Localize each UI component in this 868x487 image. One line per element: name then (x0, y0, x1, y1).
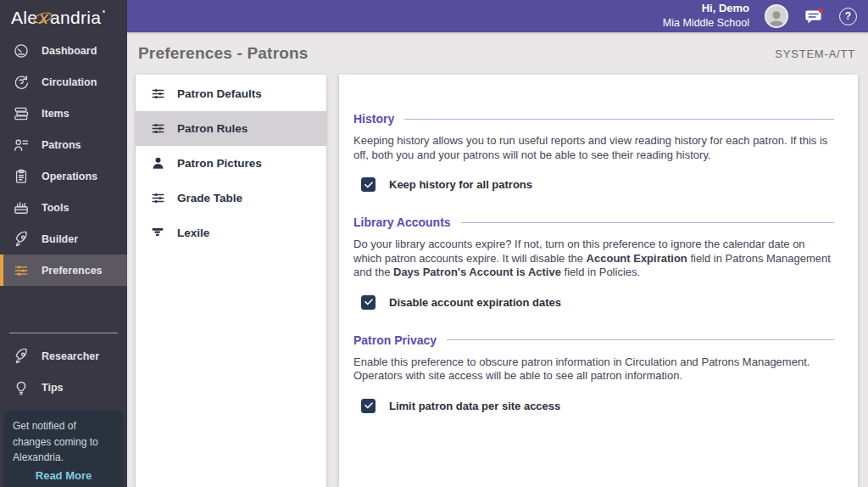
sidebar-item-items[interactable]: Items (0, 98, 127, 129)
main-sidebar: Alexandria Dashboard Circulation Items (0, 0, 127, 487)
greeting-text: Hi, Demo (663, 2, 749, 16)
clipboard-icon (13, 168, 30, 185)
topbar: Hi, Demo Mia Middle School ? (127, 0, 868, 32)
lightbulb-icon (13, 379, 30, 396)
preferences-subnav: Patron Defaults Patron Rules Patron Pict… (136, 75, 326, 487)
sidebar-item-label: Operations (42, 171, 97, 182)
checkbox-row: Limit patron data per site access (361, 399, 834, 413)
section-rule (447, 339, 834, 340)
builder-rocket-icon (13, 231, 30, 248)
system-label: SYSTEM-A/TT (775, 48, 855, 60)
disable-expiration-checkbox[interactable] (361, 295, 376, 310)
sidebar-item-tools[interactable]: Tools (0, 192, 127, 223)
sidebar-item-dashboard[interactable]: Dashboard (0, 35, 127, 66)
subnav-item-patron-defaults[interactable]: Patron Defaults (136, 76, 326, 111)
sidebar-item-label: Tools (42, 202, 69, 214)
section-rule (461, 222, 834, 223)
messages-icon[interactable] (804, 7, 824, 25)
limit-patron-data-checkbox[interactable] (361, 399, 376, 413)
section-library-accounts: Library Accounts Do your library account… (353, 216, 834, 310)
sliders-icon (13, 262, 30, 279)
sidebar-item-circulation[interactable]: Circulation (0, 66, 127, 98)
site-name: Mia Middle School (663, 16, 749, 30)
sidebar-item-label: Patrons (42, 139, 81, 151)
sliders-icon (150, 190, 166, 206)
checkmark-icon (364, 400, 374, 411)
read-more-link[interactable]: Read More (13, 469, 114, 482)
app-window: Alexandria Dashboard Circulation Items (0, 0, 868, 487)
checkmark-icon (364, 180, 374, 190)
subnav-item-label: Grade Table (177, 192, 242, 204)
patrons-icon (13, 137, 30, 154)
lexile-podium-icon (150, 225, 166, 241)
section-description: Do your library accounts expire? If not,… (353, 238, 834, 280)
user-avatar[interactable] (765, 4, 788, 28)
checkbox-label[interactable]: Limit patron data per site access (389, 400, 560, 412)
sliders-icon (150, 120, 166, 137)
sidebar-item-label: Tips (42, 382, 63, 394)
section-header: History (353, 112, 834, 126)
trademark-dot (103, 10, 105, 13)
researcher-rocket-icon (13, 348, 30, 365)
section-description: Keeping history allows you to run useful… (353, 134, 834, 162)
sidebar-spacer (0, 286, 127, 333)
sidebar-item-label: Dashboard (42, 45, 97, 57)
subnav-item-label: Patron Defaults (177, 87, 262, 100)
content-area: Patron Defaults Patron Rules Patron Pict… (127, 75, 868, 487)
person-icon (150, 155, 166, 171)
sidebar-item-researcher[interactable]: Researcher (0, 340, 127, 372)
sidebar-item-label: Circulation (42, 76, 97, 88)
subnav-item-label: Patron Rules (177, 122, 248, 135)
section-title: Library Accounts (353, 216, 451, 229)
sidebar-item-label: Researcher (42, 350, 99, 362)
subnav-item-patron-pictures[interactable]: Patron Pictures (136, 146, 326, 181)
toolbox-icon (13, 199, 30, 216)
titlebar: Preferences - Patrons SYSTEM-A/TT (127, 32, 868, 75)
sliders-icon (150, 86, 166, 102)
checkbox-row: Keep history for all patrons (361, 177, 834, 192)
section-header: Patron Privacy (353, 333, 834, 347)
subnav-item-patron-rules[interactable]: Patron Rules (136, 111, 326, 146)
sidebar-item-label: Builder (42, 233, 78, 245)
section-header: Library Accounts (353, 216, 834, 229)
sidebar-item-label: Items (42, 108, 70, 120)
sidebar-item-label: Preferences (42, 265, 103, 277)
sidebar-item-builder[interactable]: Builder (0, 223, 127, 255)
section-title: Patron Privacy (353, 333, 437, 347)
update-notice: Get notified of changes coming to Alexan… (3, 410, 124, 487)
user-greeting: Hi, Demo Mia Middle School (663, 2, 749, 30)
section-rule (404, 119, 834, 120)
patron-rules-panel: History Keeping history allows you to ru… (339, 75, 858, 487)
subnav-item-label: Patron Pictures (177, 157, 262, 170)
checkbox-label[interactable]: Disable account expiration dates (389, 296, 561, 309)
keep-history-checkbox[interactable] (361, 177, 376, 192)
circulation-icon (13, 74, 30, 91)
section-title: History (353, 112, 394, 126)
main-column: Hi, Demo Mia Middle School ? Preferences… (127, 0, 868, 487)
checkbox-label[interactable]: Keep history for all patrons (389, 178, 532, 191)
page-title: Preferences - Patrons (138, 44, 309, 63)
logo-text-post: andria (50, 8, 101, 28)
logo-swirl-x: x (37, 8, 50, 28)
checkbox-row: Disable account expiration dates (361, 295, 834, 310)
notice-text: Get notified of changes coming to Alexan… (13, 418, 114, 466)
section-patron-privacy: Patron Privacy Enable this preference to… (353, 333, 834, 413)
sidebar-item-operations[interactable]: Operations (0, 160, 127, 192)
checkmark-icon (364, 297, 374, 307)
help-icon[interactable]: ? (839, 8, 857, 25)
section-description: Enable this preference to obscure patron… (353, 355, 834, 383)
gauge-icon (13, 42, 30, 59)
subnav-item-label: Lexile (177, 227, 209, 239)
subnav-item-grade-table[interactable]: Grade Table (136, 181, 326, 216)
sidebar-item-patrons[interactable]: Patrons (0, 129, 127, 160)
section-history: History Keeping history allows you to ru… (353, 112, 834, 192)
alexandria-logo: Alexandria (0, 0, 127, 35)
sidebar-divider (9, 333, 118, 333)
subnav-item-lexile[interactable]: Lexile (136, 216, 326, 250)
notification-dot (819, 8, 823, 13)
sidebar-item-tips[interactable]: Tips (0, 372, 127, 403)
sidebar-item-preferences[interactable]: Preferences (0, 255, 127, 286)
books-icon (13, 105, 30, 122)
